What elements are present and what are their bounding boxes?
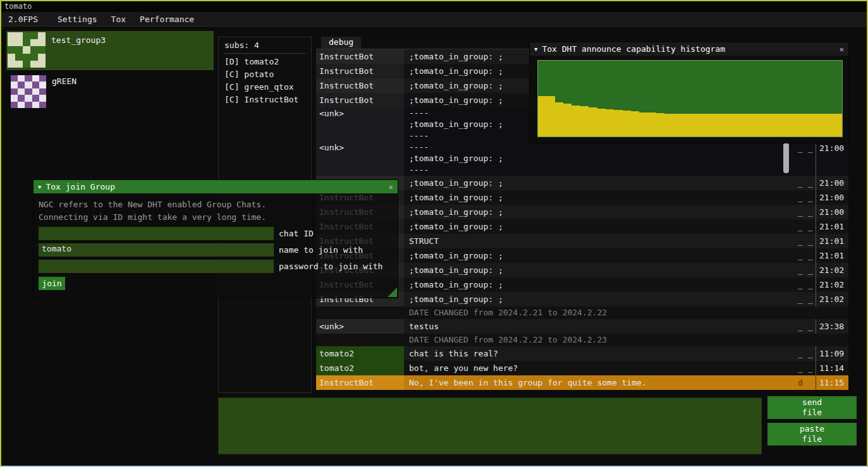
separator	[224, 53, 306, 54]
group-item-test-group3[interactable]: test_group3	[6, 31, 214, 70]
message-text: chat is this real?	[404, 348, 795, 360]
sender-name: <unk>	[316, 107, 404, 142]
message-row[interactable]: InstructBotNo, I've been in this group f…	[316, 375, 848, 390]
sender-name: <unk>	[316, 319, 404, 334]
join-password-label: password to join with	[279, 262, 382, 271]
sender-name: InstructBot	[316, 64, 404, 78]
histogram-window: ▼ Tox DHT announce capability histogram …	[529, 42, 849, 143]
date-changed-text: DATE CHANGED from 2024.2.22 to 2024.2.23	[404, 334, 848, 346]
join-window-titlebar[interactable]: ▼ Tox join Group ✕	[34, 180, 398, 193]
group-avatar-icon	[11, 75, 46, 108]
collapse-arrow-icon[interactable]: ▼	[534, 46, 537, 52]
message-time: 11:15	[816, 375, 848, 390]
paste-file-button[interactable]: paste file	[767, 423, 857, 446]
group-item-green[interactable]: gREEN	[6, 72, 214, 111]
close-icon[interactable]: ✕	[840, 45, 844, 54]
app-window: tomato 2.0FPS Settings Tox Performance t…	[0, 0, 868, 467]
join-password-input[interactable]	[39, 260, 274, 273]
member-item[interactable]: [C] potato	[219, 68, 311, 81]
message-time: 21:01	[816, 219, 848, 234]
histogram-plot	[537, 60, 843, 137]
message-text: ;tomato_in_group: ;	[404, 178, 795, 189]
sender-name: InstructBot	[316, 78, 404, 93]
join-window-body: NGC refers to the New DHT enabled Group …	[34, 193, 398, 290]
sender-name: tomato2	[316, 346, 404, 361]
join-group-window: ▼ Tox join Group ✕ NGC refers to the New…	[33, 179, 398, 298]
message-status-flags: _ _	[795, 322, 816, 331]
histogram-window-title: Tox DHT announce capability histogram	[542, 44, 834, 54]
message-status-flags: _ _	[795, 236, 816, 246]
chat-id-label: chat ID	[279, 229, 314, 238]
sender-name: <unk>	[316, 142, 404, 176]
message-status-flags: _ _	[795, 222, 816, 231]
message-text: ;tomato_in_group: ;	[404, 294, 795, 305]
send-file-button[interactable]: send file	[767, 396, 857, 419]
message-time: 21:02	[816, 292, 848, 306]
sender-name: InstructBot	[316, 375, 404, 390]
chat-scrollbar[interactable]	[783, 143, 789, 173]
message-time: 21:00	[816, 205, 848, 219]
join-hint-line1: NGC refers to the New DHT enabled Group …	[39, 198, 393, 211]
message-time: 21:02	[816, 277, 848, 292]
member-item[interactable]: [C] green_qtox	[219, 81, 311, 94]
message-status-flags: _ _	[795, 280, 816, 289]
message-time: 21:01	[816, 248, 848, 263]
message-row[interactable]: <unk>---- ;tomato_in_group: ; ----_ _21:…	[316, 142, 848, 176]
message-row[interactable]: <unk>testus_ _23:38	[316, 319, 848, 334]
group-name: test_group3	[51, 32, 106, 69]
message-status-flags: d	[795, 378, 816, 387]
message-status-flags: _ _	[795, 294, 816, 304]
join-window-title: Tox join Group	[46, 182, 384, 191]
message-time: 21:00	[816, 190, 848, 205]
fps-counter: 2.0FPS	[1, 12, 51, 26]
menu-item-performance[interactable]: Performance	[133, 12, 201, 26]
window-title: tomato	[4, 2, 32, 11]
join-button[interactable]: join	[39, 277, 65, 290]
message-status-flags: _ _	[795, 349, 816, 358]
message-status-flags: _ _	[795, 265, 816, 275]
message-time: 21:02	[816, 263, 848, 277]
group-name: gREEN	[52, 73, 76, 110]
join-name-label: name to join with	[279, 245, 363, 255]
menubar: 2.0FPS Settings Tox Performance	[1, 12, 867, 27]
members-list: [D] tomato2[C] potato[C] green_qtox[C] I…	[219, 56, 311, 106]
message-status-flags: _ _	[795, 251, 816, 260]
message-time: 21:00	[816, 176, 848, 190]
menu-item-tox[interactable]: Tox	[104, 12, 133, 26]
date-changed-text: DATE CHANGED from 2024.2.21 to 2024.2.22	[404, 307, 848, 318]
message-text: STRUCT	[404, 236, 795, 247]
close-icon[interactable]: ✕	[389, 183, 393, 191]
member-item[interactable]: [C] InstructBot	[219, 94, 311, 106]
message-row[interactable]: tomato2chat is this real?_ _11:09	[316, 346, 848, 361]
histogram-window-titlebar[interactable]: ▼ Tox DHT announce capability histogram …	[530, 42, 848, 56]
message-time: 11:09	[816, 346, 848, 361]
message-text: ;tomato_in_group: ;	[404, 265, 795, 276]
message-time: 23:38	[816, 319, 848, 334]
collapse-arrow-icon[interactable]: ▼	[38, 184, 41, 190]
message-text: testus	[404, 321, 795, 332]
message-text: ;tomato_in_group: ;	[404, 279, 795, 291]
message-time: 11:14	[816, 361, 848, 375]
message-status-flags: _ _	[795, 207, 816, 217]
window-titlebar[interactable]: tomato	[1, 1, 867, 12]
sender-name: InstructBot	[316, 93, 404, 107]
message-text: ;tomato_in_group: ;	[404, 207, 795, 218]
message-row[interactable]: tomato2bot, are you new here?_ _11:14	[316, 361, 848, 375]
message-text: ;tomato_in_group: ;	[404, 192, 795, 203]
join-name-input[interactable]: tomato	[39, 243, 274, 257]
message-status-flags: _ _	[795, 193, 816, 202]
tab-debug[interactable]: debug	[321, 37, 361, 49]
menu-item-settings[interactable]: Settings	[51, 12, 104, 26]
member-item[interactable]: [D] tomato2	[219, 56, 311, 68]
date-changed-row: DATE CHANGED from 2024.2.21 to 2024.2.22	[316, 306, 848, 319]
sender-name: InstructBot	[316, 49, 404, 64]
message-input[interactable]	[218, 397, 762, 454]
resize-grip-icon[interactable]	[388, 288, 397, 297]
message-time: 21:00	[816, 142, 848, 176]
message-text: No, I've been in this group for quite so…	[404, 377, 795, 389]
chat-id-input[interactable]	[39, 227, 274, 240]
message-text: ---- ;tomato_in_group: ; ----	[404, 142, 795, 176]
message-status-flags: _ _	[795, 363, 816, 373]
message-text: ;tomato_in_group: ;	[404, 221, 795, 233]
sender-name: tomato2	[316, 361, 404, 375]
